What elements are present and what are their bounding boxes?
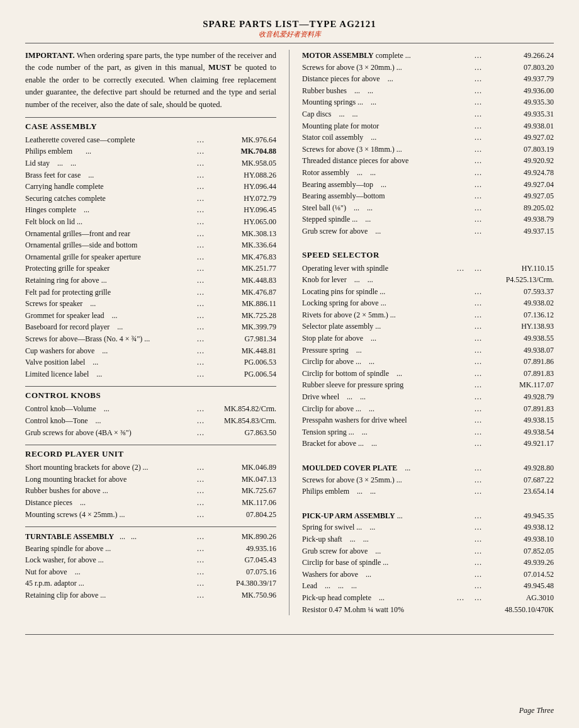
list-item: Operating lever with spindle ... ... HY.… bbox=[302, 263, 554, 275]
list-item: Retaining clip for above ... ... MK.750.… bbox=[25, 589, 276, 601]
list-item: Lid stay ... ... ... MK.958.05 bbox=[25, 157, 276, 169]
list-item: Ornamental grilles—front and rear ... MK… bbox=[25, 228, 276, 240]
list-item: 45 r.p.m. adaptor ... ... P4.380.39/17 bbox=[25, 577, 276, 589]
control-knobs-title: CONTROL KNOBS bbox=[25, 390, 276, 401]
record-player-table: Short mounting brackets for above (2) ..… bbox=[25, 462, 276, 520]
list-item: Bearing assembly—bottom ... 49.927.05 bbox=[302, 190, 554, 202]
case-assembly-divider bbox=[25, 117, 276, 118]
list-item: Rubber bushes ... ... ... 49.936.00 bbox=[302, 85, 554, 97]
speed-selector-table: Operating lever with spindle ... ... HY.… bbox=[302, 263, 554, 450]
list-item: MOTOR ASSEMBLY complete ... ... 49.266.2… bbox=[302, 50, 554, 62]
list-item: Valve position label ... ... PG.006.53 bbox=[25, 356, 276, 368]
list-item: Screws for above (3 × 20mm.) ... ... 07.… bbox=[302, 62, 554, 74]
list-item: Control knob—Volume ... ... MK.854.82/Cr… bbox=[25, 403, 276, 415]
list-item: Ornamental grille for speaker aperture .… bbox=[25, 251, 276, 263]
list-item: Rivets for above (2 × 5mm.) ... ... 07.1… bbox=[302, 309, 554, 321]
list-item: Circlip for bottom of spindle ... ... 07… bbox=[302, 368, 554, 380]
list-item: Short mounting brackets for above (2) ..… bbox=[25, 462, 276, 474]
list-item: Mounting screws (4 × 25mm.) ... ... 07.8… bbox=[25, 509, 276, 521]
list-item: Bearing assembly—top ... ... 49.927.04 bbox=[302, 179, 554, 191]
list-item: Felt pad for protecting grille ... MK.47… bbox=[25, 287, 276, 299]
list-item: Mounting plate for motor ... 49.938.01 bbox=[302, 120, 554, 132]
list-item: Lead ... ... ... ... 49.945.48 bbox=[302, 580, 554, 592]
list-item: Stepped spindle ... ... ... 49.938.79 bbox=[302, 213, 554, 225]
page-header: SPARE PARTS LIST—TYPE AG2121 收音机爱好者资料库 bbox=[25, 19, 554, 39]
list-item: Threaded distance pieces for above ... 4… bbox=[302, 155, 554, 167]
moulded-cover-section: MOULDED COVER PLATE ... ... 49.928.80 Sc… bbox=[302, 462, 554, 498]
page-number: Page Three bbox=[519, 706, 554, 715]
important-notice: IMPORTANT. When ordering spare parts, th… bbox=[25, 50, 276, 111]
list-item: Pick-up head complete ... ... ... AG.301… bbox=[302, 592, 554, 604]
list-item: Grommet for speaker lead ... ... MK.725.… bbox=[25, 310, 276, 322]
list-item: Screws for above (3 × 18mm.) ... ... 07.… bbox=[302, 144, 554, 156]
header-rule bbox=[25, 43, 554, 43]
list-item: MOULDED COVER PLATE ... ... 49.928.80 bbox=[302, 462, 554, 474]
list-item: PICK-UP ARM ASSEMBLY ... ... 49.945.35 bbox=[302, 510, 554, 522]
list-item: Grub screws for above (4BA × ⅜") ... G7.… bbox=[25, 427, 276, 439]
list-item: Grub screw for above ... ... 07.852.05 bbox=[302, 545, 554, 557]
list-item: Philips emblem ... ... ... 23.654.14 bbox=[302, 486, 554, 498]
page: SPARE PARTS LIST—TYPE AG2121 收音机爱好者资料库 I… bbox=[0, 0, 579, 728]
list-item: Screws for speaker ... ... MK.886.11 bbox=[25, 298, 276, 310]
list-item: Locating pins for spindle ... ... 07.593… bbox=[302, 286, 554, 298]
speed-selector-title: SPEED SELECTOR bbox=[302, 250, 554, 260]
list-item: Leatherette covered case—complete ... MK… bbox=[25, 134, 276, 146]
list-item: Protecting grille for speaker ... MK.251… bbox=[25, 263, 276, 275]
record-player-title: RECORD PLAYER UNIT bbox=[25, 449, 276, 459]
list-item: Rubber sleeve for pressure spring ... MK… bbox=[302, 379, 554, 391]
right-column: MOTOR ASSEMBLY complete ... ... 49.266.2… bbox=[290, 50, 554, 615]
pickup-arm-table: PICK-UP ARM ASSEMBLY ... ... 49.945.35 S… bbox=[302, 510, 554, 615]
list-item: Rubber bushes for above ... ... MK.725.6… bbox=[25, 485, 276, 497]
list-item: Circlip for base of spindle ... ... 49.9… bbox=[302, 557, 554, 569]
list-item: Knob for lever ... ... P4.525.13/Crm. bbox=[302, 274, 554, 286]
motor-assembly-table: MOTOR ASSEMBLY complete ... ... 49.266.2… bbox=[302, 50, 554, 237]
list-item: Resistor 0.47 M.ohm ¼ watt 10% 48.550.10… bbox=[302, 604, 554, 616]
list-item: Pressure spring ... ... 49.938.07 bbox=[302, 344, 554, 356]
list-item: Circlip for above ... ... ... 07.891.83 bbox=[302, 403, 554, 415]
list-item: Rotor assembly ... ... ... 49.924.78 bbox=[302, 167, 554, 179]
list-item: Stop plate for above ... ... 49.938.55 bbox=[302, 333, 554, 344]
control-knobs-divider bbox=[25, 386, 276, 387]
list-item: Brass feet for case ... ... HY.088.26 bbox=[25, 169, 276, 181]
list-item: Nut for above ... ... 07.075.16 bbox=[25, 566, 276, 578]
list-item: Cap discs ... ... ... 49.935.31 bbox=[302, 108, 554, 120]
list-item: Pick-up shaft ... ... ... 49.938.10 bbox=[302, 533, 554, 545]
list-item: Grub screw for above ... ... 49.937.15 bbox=[302, 225, 554, 237]
moulded-cover-table: MOULDED COVER PLATE ... ... 49.928.80 Sc… bbox=[302, 462, 554, 498]
list-item: Distance pieces ... ... MK.117.06 bbox=[25, 497, 276, 509]
record-player-divider bbox=[25, 445, 276, 445]
list-item: Screws for above—Brass (No. 4 × ¾") ... … bbox=[25, 333, 276, 345]
list-item: Mounting springs ... ... ... 49.935.30 bbox=[302, 96, 554, 108]
case-assembly-table: Leatherette covered case—complete ... MK… bbox=[25, 134, 276, 380]
list-item: Cup washers for above ... ... MK.448.81 bbox=[25, 345, 276, 357]
list-item: Ornamental grilles—side and bottom ... M… bbox=[25, 239, 276, 251]
two-column-layout: IMPORTANT. When ordering spare parts, th… bbox=[25, 50, 554, 615]
list-item: Retaining ring for above ... ... MK.448.… bbox=[25, 275, 276, 287]
list-item: Philips emblem ... ... MK.704.88 bbox=[25, 145, 276, 157]
control-knobs-table: Control knob—Volume ... ... MK.854.82/Cr… bbox=[25, 403, 276, 438]
list-item: Bearing spindle for above ... ... 49.935… bbox=[25, 543, 276, 555]
list-item: Securing catches complete ... HY.072.79 bbox=[25, 193, 276, 205]
pickup-arm-section: PICK-UP ARM ASSEMBLY ... ... 49.945.35 S… bbox=[302, 510, 554, 615]
list-item: Control knob—Tone ... ... MK.854.83/Crm. bbox=[25, 415, 276, 427]
subtitle: 收音机爱好者资料库 bbox=[25, 30, 554, 39]
turntable-table: TURNTABLE ASSEMBLY ... ... ... MK.890.26… bbox=[25, 531, 276, 601]
list-item: Selector plate assembly ... ... HY.138.9… bbox=[302, 321, 554, 333]
speed-selector-section: SPEED SELECTOR Operating lever with spin… bbox=[302, 250, 554, 450]
list-item: Presspahn washers for drive wheel ... 49… bbox=[302, 414, 554, 426]
list-item: Screws for above (3 × 25mm.) ... ... 07.… bbox=[302, 474, 554, 486]
list-item: Bracket for above ... ... ... 49.921.17 bbox=[302, 438, 554, 450]
list-item: Circlip for above ... ... ... 07.891.86 bbox=[302, 356, 554, 368]
list-item: Tension spring ... ... ... 49.938.54 bbox=[302, 426, 554, 438]
list-item: Lock washer, for above ... ... G7.045.43 bbox=[25, 554, 276, 566]
list-item: Limited licence label ... ... PG.006.54 bbox=[25, 368, 276, 380]
page-title: SPARE PARTS LIST—TYPE AG2121 bbox=[25, 19, 554, 30]
important-label: IMPORTANT. bbox=[25, 51, 75, 60]
list-item: Steel ball (⅛") ... ... ... 89.205.02 bbox=[302, 202, 554, 214]
footer-rule bbox=[25, 634, 554, 635]
case-assembly-title: CASE ASSEMBLY bbox=[25, 122, 276, 132]
list-item: Spring for swivel ... ... ... 49.938.12 bbox=[302, 521, 554, 533]
list-item: Felt block on lid ... ... HY.065.00 bbox=[25, 216, 276, 228]
list-item: Carrying handle complete ... HY.096.44 bbox=[25, 181, 276, 193]
list-item: Baseboard for record player ... ... MK.3… bbox=[25, 321, 276, 333]
